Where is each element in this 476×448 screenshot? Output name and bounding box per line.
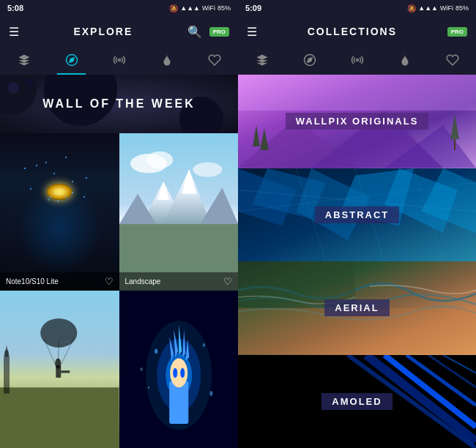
svg-point-6	[193, 163, 222, 177]
top-nav-left: ☰ EXPLORE 🔍 PRO	[0, 16, 238, 47]
collections-list: WALLPIX ORIGINALS	[238, 75, 476, 448]
svg-rect-15	[0, 387, 119, 448]
tab-layers-left[interactable]	[0, 47, 48, 73]
svg-point-44	[209, 391, 212, 396]
grid-item-avatar[interactable]: Note10/S10 Lite ♡	[0, 133, 119, 291]
top-nav-right: ☰ COLLECTIONS PRO	[238, 16, 476, 47]
grid-label-avatar: Note10/S10 Lite ♡	[0, 272, 119, 291]
hamburger-icon-right[interactable]: ☰	[247, 25, 257, 39]
tab-radio-left[interactable]	[95, 47, 143, 73]
svg-point-45	[140, 367, 142, 371]
time-right: 5:09	[245, 4, 261, 12]
icon-nav-left	[0, 47, 238, 75]
grid-label-avatar-text: Note10/S10 Lite	[6, 277, 59, 285]
left-panel: 5:08 🔕 ▲▲▲ WiFi 85% ☰ EXPLORE 🔍 PRO	[0, 0, 238, 448]
tab-layers-right[interactable]	[238, 47, 286, 73]
heart-icon-avatar[interactable]: ♡	[105, 276, 114, 287]
svg-point-33	[170, 359, 187, 388]
collection-label-amoled: AMOLED	[321, 393, 392, 410]
tab-flame-left[interactable]	[143, 47, 190, 73]
wifi-icon: WiFi	[202, 4, 215, 12]
wall-of-week-text: WALL OF THE WEEK	[42, 97, 196, 111]
svg-point-39	[173, 368, 177, 378]
status-bar-left: 5:08 🔕 ▲▲▲ WiFi 85%	[0, 0, 238, 16]
time-left: 5:08	[7, 4, 23, 12]
collection-amoled[interactable]: AMOLED	[238, 355, 476, 449]
svg-point-48	[356, 59, 358, 61]
wall-of-week-banner: WALL OF THE WEEK	[0, 75, 238, 133]
tab-flame-right[interactable]	[381, 47, 428, 73]
svg-point-2	[118, 59, 120, 61]
tab-heart-left[interactable]	[190, 47, 238, 73]
svg-rect-32	[169, 381, 188, 424]
collection-abstract[interactable]: ABSTRACT	[238, 168, 476, 262]
icon-nav-right	[238, 47, 476, 75]
wallpaper-grid: Note10/S10 Lite ♡	[0, 133, 238, 448]
svg-point-43	[148, 387, 149, 389]
battery-right: 85%	[455, 4, 469, 12]
status-icons-left: 🔕 ▲▲▲ WiFi 85%	[169, 4, 231, 12]
svg-marker-1	[69, 58, 73, 62]
page-title-right: COLLECTIONS	[308, 26, 397, 37]
svg-point-41	[155, 348, 157, 354]
svg-rect-23	[4, 357, 10, 394]
collection-wallpix[interactable]: WALLPIX ORIGINALS	[238, 75, 476, 168]
collection-aerial[interactable]: AERIAL	[238, 261, 476, 355]
grid-item-landscape[interactable]: Landscape ♡	[119, 133, 239, 291]
heart-icon-landscape[interactable]: ♡	[223, 276, 232, 287]
signal-icon: ▲▲▲	[180, 4, 200, 12]
search-icon-left[interactable]: 🔍	[187, 25, 202, 39]
tab-compass-left[interactable]	[48, 47, 95, 73]
tab-compass-right[interactable]	[286, 47, 333, 73]
svg-point-25	[4, 350, 9, 357]
tab-radio-right[interactable]	[333, 47, 381, 73]
mute-icon: 🔕	[169, 4, 178, 12]
svg-point-5	[146, 152, 173, 168]
grid-label-landscape-text: Landscape	[125, 277, 161, 285]
signal-icon-right: ▲▲▲	[418, 4, 438, 12]
svg-rect-53	[238, 75, 476, 111]
svg-point-21	[55, 359, 61, 368]
hamburger-icon-left[interactable]: ☰	[9, 25, 19, 39]
tab-heart-right[interactable]	[428, 47, 476, 73]
right-panel: 5:09 🔕 ▲▲▲ WiFi 85% ☰ COLLECTIONS PRO	[238, 0, 476, 448]
page-title-left: EXPLORE	[73, 26, 133, 37]
svg-rect-57	[454, 139, 455, 150]
top-nav-icons-right: PRO	[447, 27, 467, 37]
svg-rect-22	[61, 370, 70, 373]
collection-label-wallpix: WALLPIX ORIGINALS	[286, 113, 429, 130]
wifi-icon-right: WiFi	[440, 4, 453, 12]
collection-label-abstract: ABSTRACT	[315, 206, 400, 223]
collection-label-aerial: AERIAL	[324, 299, 389, 316]
status-icons-right: 🔕 ▲▲▲ WiFi 85%	[407, 4, 469, 12]
battery-left: 85%	[217, 4, 231, 12]
top-nav-icons-left: 🔍 PRO	[187, 25, 229, 39]
mute-icon-right: 🔕	[407, 4, 416, 12]
grid-label-landscape: Landscape ♡	[119, 272, 239, 291]
svg-point-42	[202, 343, 204, 347]
grid-item-anime[interactable]	[119, 291, 239, 448]
status-bar-right: 5:09 🔕 ▲▲▲ WiFi 85%	[238, 0, 476, 16]
pro-badge-left[interactable]: PRO	[209, 27, 229, 37]
svg-marker-47	[307, 58, 311, 62]
grid-item-pubg[interactable]	[0, 291, 119, 448]
svg-point-40	[180, 368, 185, 378]
pro-badge-right[interactable]: PRO	[447, 27, 467, 37]
